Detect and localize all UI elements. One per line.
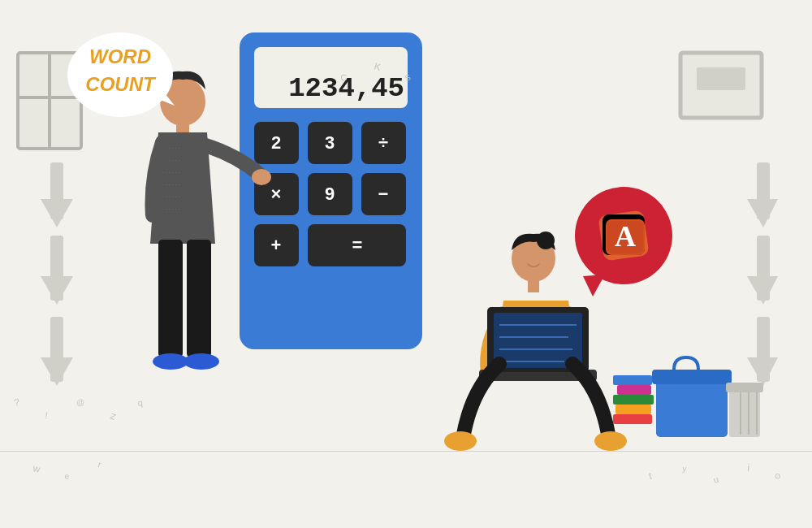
- svg-rect-141: [187, 240, 211, 357]
- svg-rect-174: [613, 375, 652, 385]
- svg-rect-169: [652, 370, 732, 384]
- svg-text:÷: ÷: [378, 132, 388, 153]
- svg-text:−: −: [378, 184, 389, 204]
- svg-rect-176: [726, 383, 763, 392]
- svg-text:A: A: [615, 220, 636, 253]
- svg-text:×: ×: [271, 184, 282, 204]
- svg-text:· · · · · ·: · · · · · ·: [162, 194, 179, 200]
- svg-text:q: q: [137, 398, 143, 408]
- svg-rect-171: [615, 405, 651, 414]
- svg-rect-173: [617, 385, 651, 395]
- svg-text:· · · · · ·: · · · · · ·: [162, 170, 179, 175]
- svg-text:COUNT: COUNT: [85, 73, 157, 95]
- svg-text:3: 3: [325, 132, 335, 153]
- svg-rect-168: [656, 380, 728, 437]
- main-illustration: A B 3 G Q 0 M V N k O M 1 0 M B R M 4 G …: [0, 0, 812, 528]
- svg-text:WORD: WORD: [89, 45, 151, 67]
- svg-point-139: [252, 169, 271, 185]
- svg-text:2: 2: [271, 132, 281, 153]
- svg-point-142: [153, 353, 188, 370]
- svg-point-150: [537, 232, 555, 249]
- svg-rect-170: [613, 414, 652, 424]
- svg-rect-172: [613, 395, 654, 405]
- svg-rect-97: [48, 53, 51, 149]
- svg-text:9: 9: [325, 184, 335, 204]
- svg-rect-111: [697, 67, 745, 90]
- svg-rect-132: [176, 120, 189, 132]
- svg-text:· · · · · ·: · · · · · ·: [162, 206, 179, 212]
- svg-text:=: =: [352, 235, 363, 255]
- svg-text:· · · · · ·: · · · · · ·: [162, 182, 179, 188]
- svg-text:+: +: [271, 235, 282, 255]
- svg-point-159: [594, 431, 627, 451]
- svg-point-143: [184, 353, 219, 370]
- svg-point-158: [444, 431, 477, 451]
- svg-rect-140: [158, 240, 183, 357]
- svg-rect-175: [729, 390, 760, 437]
